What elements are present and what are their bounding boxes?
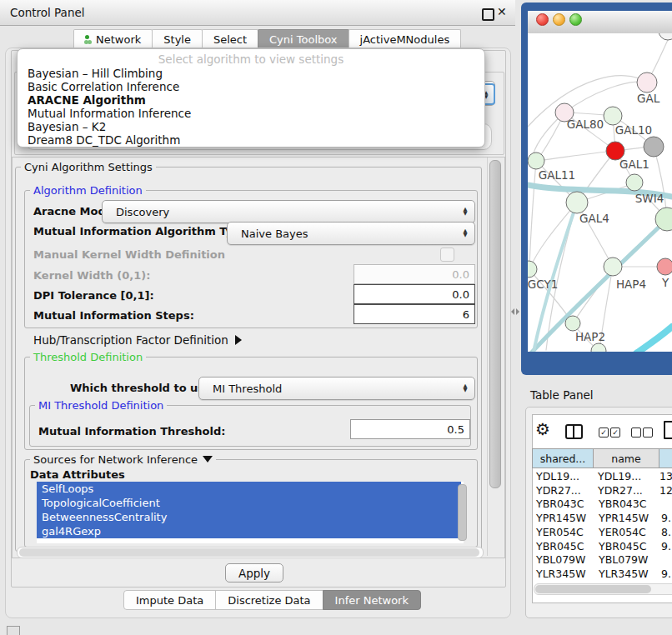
network-graph[interactable]: GALGAL80GAL10GAL1GAL11SWI4GAL4GCY1HAP4YH… bbox=[528, 33, 672, 352]
node-label-y: Y bbox=[661, 276, 669, 289]
tab-style[interactable]: Style bbox=[152, 29, 203, 49]
table-cell: YPR145W bbox=[532, 512, 592, 524]
dropdown-item-basic-correlation-inference[interactable]: Basic Correlation Inference bbox=[18, 80, 484, 93]
table-cell: YER054C bbox=[592, 526, 657, 538]
horizontal-scrollbar[interactable] bbox=[17, 547, 484, 558]
deselect-all-checkbox-icon[interactable] bbox=[631, 428, 641, 438]
select-all-checkbox-icon[interactable]: ✓ bbox=[599, 428, 609, 438]
table-cell: 8. bbox=[657, 526, 671, 538]
tab-impute-data[interactable]: Impute Data bbox=[123, 590, 216, 610]
table-cell: 9. bbox=[657, 568, 671, 580]
network-node-gcy1[interactable] bbox=[528, 261, 537, 278]
dropdown-item-bayesian-k2[interactable]: Bayesian – K2 bbox=[18, 120, 484, 133]
node-label-gal10: GAL10 bbox=[615, 123, 652, 137]
network-icon bbox=[85, 35, 89, 39]
tab-jactivemnodules[interactable]: jActiveMNodules bbox=[349, 29, 462, 49]
table-horizontal-scrollbar[interactable] bbox=[534, 583, 672, 595]
dropdown-item-bayesian-hill-climbing[interactable]: Bayesian – Hill Climbing bbox=[18, 67, 484, 80]
mi-type-value: Naive Bayes bbox=[228, 228, 459, 240]
tab-infer-network[interactable]: Infer Network bbox=[323, 590, 421, 610]
mi-threshold-definition-title: MI Threshold Definition bbox=[35, 399, 167, 412]
tab-label: Cyni Toolbox bbox=[269, 33, 338, 46]
split-divider-right-icon[interactable] bbox=[516, 308, 519, 315]
vertical-scrollbar-thumb[interactable] bbox=[489, 160, 501, 488]
sources-title[interactable]: Sources for Network Inference bbox=[30, 453, 216, 466]
split-divider-left-icon[interactable] bbox=[511, 308, 514, 315]
node-label-gal11: GAL11 bbox=[539, 168, 575, 182]
deselect-all-checkbox-icon[interactable] bbox=[643, 428, 653, 438]
tab-cyni-toolbox[interactable]: Cyni Toolbox bbox=[258, 29, 349, 49]
tab-discretize-data[interactable]: Discretize Data bbox=[215, 590, 323, 610]
horizontal-scrollbar-thumb[interactable] bbox=[19, 548, 479, 557]
network-node[interactable] bbox=[644, 137, 664, 157]
table-scrollbar-thumb[interactable] bbox=[535, 585, 651, 593]
table-row[interactable]: YBL079WYBL079W bbox=[532, 553, 672, 568]
network-edge[interactable] bbox=[636, 327, 672, 352]
network-node-gal4[interactable] bbox=[566, 192, 588, 213]
dpi-tolerance-label: DPI Tolerance [0,1]: bbox=[33, 289, 154, 302]
manual-kernel-checkbox bbox=[440, 248, 454, 262]
attribute-item-betweennesscentrality[interactable]: BetweennessCentrality bbox=[37, 510, 461, 524]
table-row[interactable]: YLR345WYLR345W9. bbox=[532, 567, 672, 581]
dropdown-item-mutual-information-inference[interactable]: Mutual Information Inference bbox=[18, 107, 484, 120]
window-zoom-icon[interactable] bbox=[569, 13, 582, 26]
network-edge[interactable] bbox=[529, 161, 536, 267]
list-scrollbar-thumb[interactable] bbox=[458, 484, 467, 541]
mi-steps-value: 6 bbox=[463, 308, 469, 321]
tab-select[interactable]: Select bbox=[202, 29, 258, 49]
network-node-gal11[interactable] bbox=[528, 152, 544, 169]
select-all-checkbox-icon[interactable]: ✓ bbox=[610, 428, 620, 438]
hub-expander[interactable]: Hub/Transcription Factor Definition bbox=[33, 333, 242, 347]
network-edge[interactable] bbox=[536, 151, 615, 161]
column-header-shared[interactable]: shared... bbox=[532, 448, 594, 468]
column-header-name[interactable]: name bbox=[594, 448, 659, 468]
which-threshold-value: MI Threshold bbox=[199, 382, 459, 395]
combo-spinner-icon: ▲▼ bbox=[459, 208, 472, 217]
which-threshold-combo[interactable]: MI Threshold ▲▼ bbox=[198, 377, 475, 400]
mi-threshold-field[interactable]: 0.5 bbox=[350, 419, 470, 439]
aracne-mode-combo[interactable]: Discovery ▲▼ bbox=[102, 200, 475, 223]
node-label-gal: GAL bbox=[637, 92, 660, 105]
window-minimize-icon[interactable] bbox=[553, 13, 565, 26]
network-node-gal[interactable] bbox=[637, 72, 657, 92]
kernel-width-field: 0.0 bbox=[354, 264, 475, 284]
network-node-hap4[interactable] bbox=[604, 258, 622, 276]
window-close-icon[interactable] bbox=[536, 13, 549, 26]
mi-steps-field[interactable]: 6 bbox=[354, 304, 475, 324]
network-window-titlebar[interactable] bbox=[528, 11, 672, 34]
network-node[interactable] bbox=[659, 33, 672, 40]
new-column-icon[interactable] bbox=[664, 421, 672, 439]
network-node[interactable] bbox=[626, 174, 643, 191]
attribute-item-topologicalcoefficient[interactable]: TopologicalCoefficient bbox=[37, 496, 461, 510]
table-row[interactable]: YPR145WYPR145W9. bbox=[532, 511, 672, 525]
data-attributes-list[interactable]: SelfLoopsTopologicalCoefficientBetweenne… bbox=[37, 482, 464, 543]
dropdown-item-dream8-dc-tdc-algorithm[interactable]: Dream8 DC_TDC Algorithm bbox=[18, 133, 484, 147]
algorithm-definition-title: Algorithm Definition bbox=[30, 184, 146, 197]
network-node-y[interactable] bbox=[657, 258, 672, 275]
float-panel-icon[interactable] bbox=[482, 8, 494, 21]
network-edge[interactable] bbox=[530, 202, 577, 268]
network-node[interactable] bbox=[591, 343, 606, 352]
table-cell: 9. bbox=[657, 512, 671, 524]
attribute-item-gal4rgexp[interactable]: gal4RGexp bbox=[37, 524, 461, 538]
table-row[interactable]: YDR27...YDR27...12 bbox=[532, 483, 672, 498]
gear-icon[interactable]: ⚙ bbox=[535, 419, 550, 439]
close-icon[interactable]: ✕ bbox=[497, 5, 507, 18]
table-row[interactable]: YER054CYER054C8. bbox=[532, 525, 672, 539]
network-edge[interactable] bbox=[564, 82, 647, 112]
table-row[interactable]: YDL19...YDL19...13 bbox=[532, 469, 672, 483]
network-node-gal10[interactable] bbox=[604, 107, 622, 125]
split-pane-icon[interactable] bbox=[565, 424, 583, 439]
attribute-item-selfloops[interactable]: SelfLoops bbox=[37, 482, 461, 496]
dpi-tolerance-field[interactable]: 0.0 bbox=[354, 284, 475, 304]
tab-network[interactable]: Network bbox=[73, 29, 153, 49]
apply-button[interactable]: Apply bbox=[225, 563, 283, 582]
network-node-hap2[interactable] bbox=[565, 316, 580, 331]
column-header-3[interactable] bbox=[659, 448, 672, 468]
dropdown-item-aracne-algorithm[interactable]: ARACNE Algorithm bbox=[18, 93, 484, 107]
mi-type-combo[interactable]: Naive Bayes ▲▼ bbox=[227, 222, 475, 245]
dropdown-items: Bayesian – Hill ClimbingBasic Correlatio… bbox=[18, 67, 484, 147]
dock-panel-icon[interactable] bbox=[7, 626, 20, 635]
table-row[interactable]: YBR043CYBR043C bbox=[532, 498, 672, 512]
table-row[interactable]: YBR045CYBR045C9. bbox=[532, 539, 672, 553]
